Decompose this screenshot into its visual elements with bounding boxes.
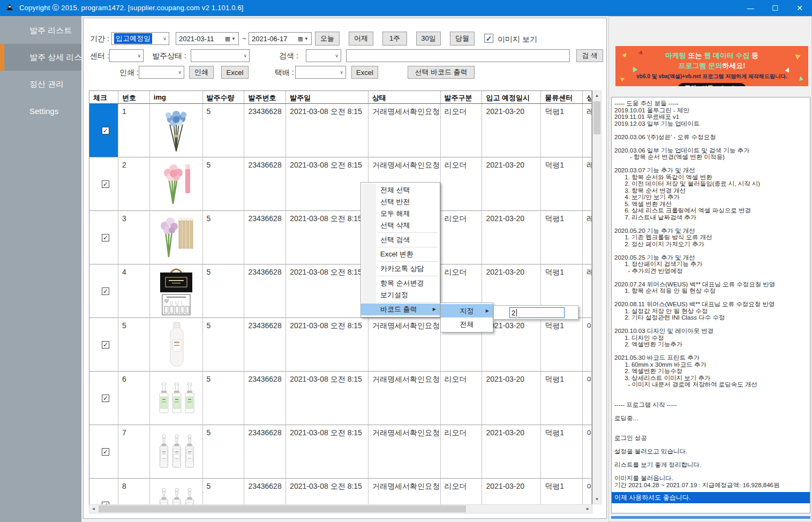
- quick-range-button[interactable]: 30일: [416, 32, 441, 46]
- row-checkbox[interactable]: ✓: [102, 234, 109, 241]
- cell-order_date: 2021-03-08 오전 8:15: [286, 372, 369, 425]
- column-header[interactable]: 체크: [89, 91, 118, 103]
- search-input[interactable]: [346, 49, 570, 62]
- table-row[interactable]: ✓35234366282021-03-08 오전 8:15거래명세서확인요청리오…: [89, 211, 592, 264]
- row-checkbox[interactable]: ✓: [102, 127, 109, 134]
- row-check-cell[interactable]: ✓: [89, 211, 118, 264]
- sidebar-item-settlement[interactable]: 정산 관리: [0, 74, 81, 94]
- column-header[interactable]: 번호: [118, 91, 150, 103]
- vertical-scroll-thumb[interactable]: [593, 101, 600, 134]
- date-to-picker[interactable]: 2021-06-17 ▦ ▼: [249, 32, 312, 45]
- table-row[interactable]: ✓15234366282021-03-08 오전 8:15거래명세서확인요청리오…: [89, 104, 592, 157]
- search-button[interactable]: 검 색: [576, 49, 603, 62]
- column-header[interactable]: 발주번호: [244, 91, 286, 103]
- column-header[interactable]: 물류센터: [541, 91, 583, 103]
- horizontal-scrollbar[interactable]: ◄ ►: [89, 504, 592, 513]
- date-from-picker[interactable]: 2021-03-11 ▦ ▼: [176, 32, 239, 45]
- menu-item-카카오톡 상담[interactable]: 카카오톡 상담: [361, 263, 440, 275]
- row-check-cell[interactable]: ✓: [89, 264, 118, 318]
- banner-contact-pill: 문의 - 카톡 : vbnvba: [678, 83, 746, 86]
- print-label: 인쇄 :: [119, 68, 139, 78]
- row-check-cell[interactable]: ✓: [89, 372, 118, 425]
- quick-range-button[interactable]: 당월: [450, 32, 475, 46]
- cell-order_no: 23436628: [244, 479, 286, 504]
- scroll-up-icon[interactable]: ▲: [593, 92, 601, 100]
- chevron-down-icon: ∨: [178, 70, 182, 75]
- search-field-combobox[interactable]: ∨: [306, 49, 341, 62]
- row-checkbox[interactable]: ✓: [102, 180, 109, 188]
- cell-status: 거래명세서확인요청: [369, 479, 441, 504]
- row-check-cell[interactable]: ✓: [89, 157, 118, 211]
- submenu-arrow-icon: ▶: [486, 304, 489, 317]
- column-header[interactable]: 입고 예정일시: [482, 91, 541, 103]
- column-header[interactable]: 발주일: [286, 91, 369, 103]
- submenu-item-지정[interactable]: 지정▶: [441, 304, 493, 317]
- date-dropdown-icon: ▼: [231, 36, 236, 41]
- sidebar-item-order-detail-list[interactable]: 발주 상세 리스트: [0, 44, 81, 71]
- quick-range-button[interactable]: 1주: [382, 32, 407, 46]
- sidebar-item-settings[interactable]: Settings: [0, 101, 81, 121]
- scroll-right-icon[interactable]: ►: [584, 505, 592, 513]
- column-header[interactable]: img: [150, 91, 203, 103]
- table-row[interactable]: ✓65234366282021-03-08 오전 8:15거래명세서확인요청리오…: [89, 372, 592, 425]
- column-header[interactable]: 발주구분: [441, 91, 483, 103]
- menu-item-전체 선택[interactable]: 전체 선택: [361, 184, 440, 196]
- row-check-cell[interactable]: ✓: [89, 318, 118, 372]
- table-row[interactable]: ✓25234366282021-03-08 오전 8:15거래명세서확인요청리오…: [89, 157, 592, 211]
- column-header[interactable]: 상: [583, 91, 592, 103]
- image-view-checkbox[interactable]: ✓: [484, 34, 493, 43]
- row-checkbox[interactable]: ✓: [102, 448, 109, 456]
- column-header[interactable]: 상태: [369, 91, 441, 103]
- row-checkbox[interactable]: ✓: [102, 288, 109, 295]
- order-status-combobox[interactable]: ∨: [191, 49, 250, 62]
- menu-item-선택 반전[interactable]: 선택 반전: [361, 196, 440, 208]
- row-checkbox[interactable]: ✓: [102, 395, 109, 402]
- horizontal-scroll-thumb[interactable]: [99, 505, 466, 512]
- menu-item-바코드 출력[interactable]: 바코드 출력▶: [361, 304, 440, 315]
- vertical-scrollbar[interactable]: ▲ ▼: [592, 90, 602, 504]
- barcode-count-input[interactable]: [509, 307, 565, 318]
- menu-item-Excel 변환[interactable]: Excel 변환: [361, 248, 440, 260]
- row-check-cell[interactable]: ✓: [89, 479, 118, 504]
- row-checkbox[interactable]: ✓: [102, 341, 109, 349]
- sidebar-item-order-list[interactable]: 발주 리스트: [0, 20, 81, 41]
- menu-item-선택 검색[interactable]: 선택 검색: [361, 234, 440, 246]
- scroll-down-icon[interactable]: ▼: [593, 495, 601, 503]
- cell-num: 5: [118, 318, 150, 372]
- menu-item-항목 순서변경[interactable]: 항목 순서변경: [361, 277, 440, 289]
- print-combobox[interactable]: ∨: [139, 66, 184, 79]
- cell-product: 레: [583, 104, 592, 157]
- check-icon: ✓: [486, 34, 492, 43]
- menu-item-선택 삭제[interactable]: 선택 삭제: [361, 220, 440, 231]
- maximize-icon[interactable]: ☐: [763, 0, 787, 16]
- ad-banner[interactable]: 마케팅 또는 웹 데이터 수집 등 프로그램 문의하세요! vb6.0 및 vb…: [615, 46, 808, 86]
- center-combobox[interactable]: ∨: [109, 49, 144, 62]
- cell-order_date: 2021-03-08 오전 8:15: [286, 157, 369, 211]
- print-button[interactable]: 인쇄: [189, 66, 214, 79]
- submenu-item-전체[interactable]: 전체: [441, 317, 493, 331]
- product-image-cell: [150, 211, 203, 264]
- column-header[interactable]: 발주수량: [203, 91, 245, 103]
- center-label: 센터 :: [90, 51, 109, 61]
- quick-range-buttons: 오늘어제1주30일당월: [315, 32, 484, 46]
- menu-item-모두 해제[interactable]: 모두 해제: [361, 208, 440, 220]
- delivery-excel-button[interactable]: Excel: [351, 66, 378, 79]
- table-row[interactable]: ✓85234366282021-03-08 오전 8:15거래명세서확인요청리오…: [89, 479, 592, 504]
- excel-button[interactable]: Excel: [221, 66, 249, 79]
- barcode-print-button[interactable]: 선택 바코드 출력: [408, 66, 475, 79]
- scroll-left-icon[interactable]: ◄: [89, 505, 97, 513]
- chevron-down-icon: ∨: [335, 53, 339, 58]
- log-highlight-line: 이제 사용하셔도 좋습니다.: [612, 492, 810, 503]
- minimize-icon[interactable]: —: [738, 0, 763, 16]
- quick-range-button[interactable]: 어제: [349, 32, 373, 46]
- row-check-cell[interactable]: ✓: [89, 104, 118, 157]
- menu-item-보기설정[interactable]: 보기설정: [361, 289, 440, 301]
- quick-range-button[interactable]: 오늘: [315, 32, 340, 46]
- table-row[interactable]: ✓55234366282021-03-08 오전 8:15거래명세서확인요청리오…: [89, 318, 592, 372]
- product-image-flowers-pink: [160, 161, 193, 207]
- period-combobox[interactable]: 입고예정일 ∨: [111, 32, 169, 45]
- table-row[interactable]: ✓75234366282021-03-08 오전 8:15거래명세서확인요청리오…: [89, 425, 592, 479]
- row-check-cell[interactable]: ✓: [89, 425, 118, 479]
- delivery-combobox[interactable]: ∨: [295, 66, 346, 79]
- close-icon[interactable]: ✕: [787, 0, 812, 16]
